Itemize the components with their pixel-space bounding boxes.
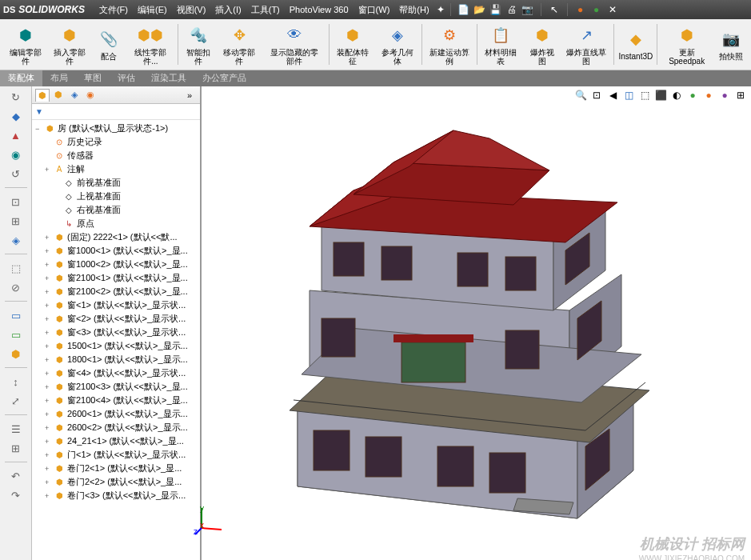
appearance-icon[interactable]: ● xyxy=(701,88,716,102)
lt-icon-5[interactable]: ↺ xyxy=(9,166,23,181)
tree-tab-collapse[interactable]: » xyxy=(182,89,197,102)
menu-edit[interactable]: 编辑(E) xyxy=(133,4,172,16)
menu-window[interactable]: 窗口(W) xyxy=(354,4,395,16)
prev-view-icon[interactable]: ◀ xyxy=(605,88,620,102)
lt-icon-13[interactable]: ⬢ xyxy=(9,346,23,361)
decal-icon[interactable]: ● xyxy=(717,88,732,102)
show-hidden-button[interactable]: 👁显示隐藏的零部件 xyxy=(262,21,327,68)
tab-assembly[interactable]: 装配体 xyxy=(0,70,42,86)
tree-part-item[interactable]: +⬢1500<1> (默认<<默认>_显示... xyxy=(32,339,200,353)
zoom-area-icon[interactable]: ⊡ xyxy=(589,88,604,102)
tree-part-item[interactable]: +⬢窗2100<3> (默认<<默认>_显... xyxy=(32,380,200,394)
filter-input[interactable] xyxy=(46,107,197,116)
screenshot-icon[interactable]: 📷 xyxy=(521,3,534,16)
tree-part-item[interactable]: +⬢卷门2<1> (默认<<默认>_显... xyxy=(32,462,200,475)
lt-icon-18[interactable]: ↶ xyxy=(9,469,23,483)
display-style-icon[interactable]: ⬛ xyxy=(653,88,668,102)
section-icon[interactable]: ◫ xyxy=(621,88,636,102)
tree-part-item[interactable]: +⬢2600<1> (默认<<默认>_显示... xyxy=(32,407,200,421)
tree-part-item[interactable]: +⬢窗1000<2> (默认<<默认>_显... xyxy=(32,258,200,271)
tree-tab-display[interactable]: ◉ xyxy=(83,89,98,102)
lt-icon-16[interactable]: ☰ xyxy=(9,422,23,436)
explode-line-button[interactable]: ↗爆炸直线草图 xyxy=(561,21,612,68)
mate-button[interactable]: 📎配合 xyxy=(92,21,126,68)
tree-part-item[interactable]: +⬢窗2100<1> (默认<<默认>_显... xyxy=(32,271,200,285)
ref-geometry-button[interactable]: ◈参考几何体 xyxy=(375,21,420,68)
tree-right-plane[interactable]: ◇右视基准面 xyxy=(32,203,200,217)
lt-icon-11[interactable]: ▭ xyxy=(9,308,23,322)
lt-icon-3[interactable]: ▲ xyxy=(9,128,23,142)
tree-part-item[interactable]: +⬢窗1000<1> (默认<<默认>_显... xyxy=(32,244,200,258)
tree-part-item[interactable]: +⬢卷门<3> (默认<<默认>_显示... xyxy=(32,489,200,502)
menu-file[interactable]: 文件(F) xyxy=(94,4,133,16)
tree-part-item[interactable]: +⬢卷门2<2> (默认<<默认>_显... xyxy=(32,475,200,489)
tree-origin[interactable]: ↳原点 xyxy=(32,217,200,230)
scene-icon[interactable]: ● xyxy=(685,88,700,102)
3d-viewport[interactable]: 🔍 ⊡ ◀ ◫ ⬚ ⬛ ◐ ● ● ● ⊞ xyxy=(202,86,751,560)
tree-part-item[interactable]: +⬢窗<1> (默认<<默认>_显示状... xyxy=(32,298,200,312)
lt-icon-15[interactable]: ⤢ xyxy=(9,394,23,408)
tree-part-item[interactable]: +⬢24_21<1> (默认<<默认>_显... xyxy=(32,434,200,448)
close-icon[interactable]: ✕ xyxy=(606,3,619,16)
insert-component-button[interactable]: ⬢插入零部件 xyxy=(48,21,93,68)
tree-tab-config[interactable]: ◈ xyxy=(67,89,82,102)
lt-icon-4[interactable]: ◉ xyxy=(9,147,23,162)
options-icon[interactable]: ● xyxy=(590,3,603,16)
swoosh-icon[interactable]: ✦ xyxy=(434,3,447,16)
tree-root[interactable]: −⬢房 (默认<默认_显示状态-1>) xyxy=(32,122,200,135)
tab-render[interactable]: 渲染工具 xyxy=(143,70,194,86)
tree-top-plane[interactable]: ◇上视基准面 xyxy=(32,190,200,203)
lt-icon-1[interactable]: ↻ xyxy=(9,90,23,104)
tree-sensors[interactable]: ⊙传感器 xyxy=(32,149,200,162)
tab-sketch[interactable]: 草图 xyxy=(76,70,110,86)
speedpak-button[interactable]: ⬢更新Speedpak xyxy=(659,21,714,68)
motion-study-button[interactable]: ⚙新建运动算例 xyxy=(424,21,475,68)
tree-part-item[interactable]: +⬢窗<3> (默认<<默认>_显示状... xyxy=(32,326,200,339)
cursor-icon[interactable]: ↖ xyxy=(548,3,561,16)
tree-tab-feature[interactable]: ⬢ xyxy=(35,89,50,102)
new-icon[interactable]: 📄 xyxy=(457,3,470,16)
tab-office[interactable]: 办公室产品 xyxy=(194,70,254,86)
lt-icon-17[interactable]: ⊞ xyxy=(9,441,23,455)
instant3d-button[interactable]: ◆Instant3D xyxy=(616,21,655,68)
lt-icon-14[interactable]: ↕ xyxy=(9,374,23,389)
tree-part-item[interactable]: +⬢窗2100<2> (默认<<默认>_显... xyxy=(32,285,200,298)
lt-icon-9[interactable]: ⬚ xyxy=(9,261,23,275)
lt-icon-2[interactable]: ◆ xyxy=(9,109,23,123)
tree-history[interactable]: ⊙历史记录 xyxy=(32,135,200,149)
rebuild-icon[interactable]: ● xyxy=(574,3,587,16)
linear-pattern-button[interactable]: ⬢⬢线性零部件... xyxy=(126,21,176,68)
tab-evaluate[interactable]: 评估 xyxy=(110,70,143,86)
snapshot-button[interactable]: 📷拍快照 xyxy=(714,21,748,68)
menu-photoview[interactable]: PhotoView 360 xyxy=(285,5,354,14)
assembly-feature-button[interactable]: ⬢装配体特征 xyxy=(331,21,376,68)
lt-icon-10[interactable]: ⊘ xyxy=(9,280,23,294)
smart-fastener-button[interactable]: 🔩智能扣件 xyxy=(180,21,218,68)
tree-part-item[interactable]: +⬢窗<2> (默认<<默认>_显示状... xyxy=(32,312,200,326)
hide-show-icon[interactable]: ◐ xyxy=(669,88,684,102)
lt-icon-6[interactable]: ⊡ xyxy=(9,194,23,209)
menu-tools[interactable]: 工具(T) xyxy=(246,4,285,16)
tree-part-item[interactable]: +⬢2600<2> (默认<<默认>_显示... xyxy=(32,421,200,434)
print-icon[interactable]: 🖨 xyxy=(505,3,518,16)
open-icon[interactable]: 📂 xyxy=(473,3,486,16)
bom-button[interactable]: 📋材料明细表 xyxy=(479,21,524,68)
menu-help[interactable]: 帮助(H) xyxy=(394,4,433,16)
zoom-fit-icon[interactable]: 🔍 xyxy=(573,88,588,102)
tree-part-item[interactable]: +⬢(固定) 2222<1> (默认<<默... xyxy=(32,230,200,244)
move-component-button[interactable]: ✥移动零部件 xyxy=(218,21,262,68)
menu-view[interactable]: 视图(V) xyxy=(172,4,211,16)
render-icon[interactable]: ⊞ xyxy=(733,88,748,102)
lt-icon-12[interactable]: ▭ xyxy=(9,327,23,342)
exploded-view-button[interactable]: ⬢爆炸视图 xyxy=(523,21,561,68)
tree-annotations[interactable]: +A注解 xyxy=(32,162,200,176)
tree-part-item[interactable]: +⬢窗2100<4> (默认<<默认>_显... xyxy=(32,394,200,407)
lt-icon-19[interactable]: ↷ xyxy=(9,488,23,502)
tree-tab-property[interactable]: ⬢ xyxy=(51,89,66,102)
lt-icon-7[interactable]: ⊞ xyxy=(9,214,23,228)
lt-icon-8[interactable]: ◈ xyxy=(9,233,23,247)
edit-component-button[interactable]: ⬢编辑零部件 xyxy=(3,21,48,68)
tree-part-item[interactable]: +⬢窗<4> (默认<<默认>_显示状... xyxy=(32,366,200,380)
view-orient-icon[interactable]: ⬚ xyxy=(637,88,652,102)
tree-part-item[interactable]: +⬢门<1> (默认<<默认>_显示状... xyxy=(32,448,200,462)
